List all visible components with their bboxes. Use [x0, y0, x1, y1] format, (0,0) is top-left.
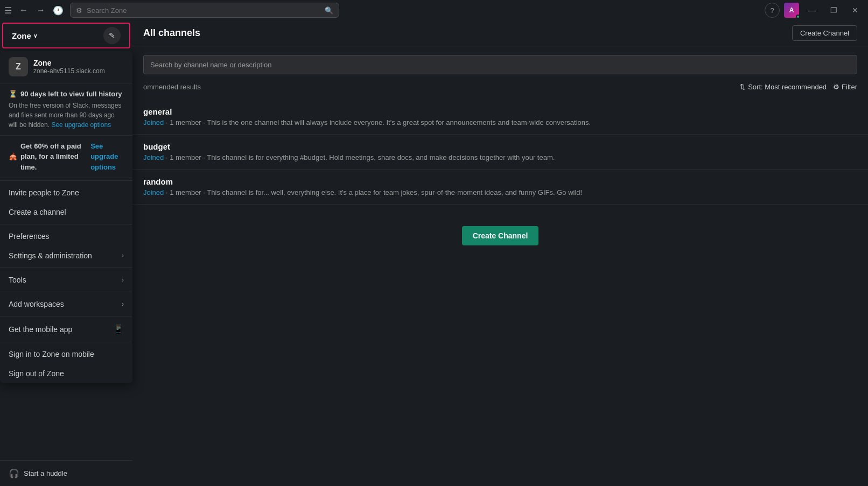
- channel-name-random: random: [143, 177, 857, 186]
- workspace-info-row: Z Zone zone-ahv5115.slack.com: [0, 51, 132, 83]
- channel-status-random: Joined: [143, 188, 164, 196]
- history-banner-text: On the free version of Slack, messages a…: [9, 101, 124, 130]
- workspace-dropdown-menu: Z Zone zone-ahv5115.slack.com ⏳ 90 days …: [0, 51, 132, 383]
- create-channel-center-button[interactable]: Create Channel: [462, 226, 539, 245]
- menu-item-invite-people[interactable]: Invite people to Zone: [0, 183, 132, 202]
- chevron-down-icon: ∨: [33, 33, 37, 39]
- channel-desc-general: This is the one channel that will always…: [207, 118, 591, 126]
- settings-admin-arrow: ›: [122, 252, 124, 259]
- maximize-button[interactable]: ❐: [825, 3, 842, 18]
- huddle-bar[interactable]: 🎧 Start a huddle: [0, 460, 132, 486]
- compose-button[interactable]: ✎: [103, 27, 121, 44]
- hamburger-icon[interactable]: ☰: [4, 5, 12, 16]
- workspace-details: Zone zone-ahv5115.slack.com: [33, 59, 105, 75]
- app-body: Zone ∨ ✎ Z Zone zone-ahv5115.slack.com ⏳: [0, 20, 868, 486]
- titlebar-right: ? A — ❐ ✕: [765, 3, 864, 18]
- help-button[interactable]: ?: [765, 3, 780, 18]
- workspace-title: Zone: [33, 59, 105, 67]
- page-title: All channels: [143, 27, 200, 39]
- upgrade-link-2[interactable]: See upgrade options: [90, 141, 124, 173]
- channel-meta-general: Joined · 1 member · This is the one chan…: [143, 118, 857, 126]
- headphones-icon: 🎧: [9, 468, 19, 478]
- discount-icon: 🎪: [9, 151, 17, 162]
- history-banner: ⏳ 90 days left to view full history On t…: [0, 83, 132, 136]
- mobile-icon: 📱: [113, 324, 124, 334]
- sidebar: Zone ∨ ✎ Z Zone zone-ahv5115.slack.com ⏳: [0, 20, 132, 486]
- sort-button[interactable]: ⇅ Sort: Most recommended: [740, 83, 827, 91]
- compose-icon: ✎: [109, 31, 115, 40]
- nav-controls: ← → 🕐: [16, 3, 66, 18]
- create-channel-label: Create a channel: [9, 208, 66, 216]
- discount-banner-text: 🎪 Get 60% off a paid plan, for a limited…: [9, 141, 124, 173]
- workspace-name: Zone ∨: [12, 31, 37, 40]
- discount-banner: 🎪 Get 60% off a paid plan, for a limited…: [0, 136, 132, 179]
- menu-divider-4: [0, 292, 132, 292]
- menu-item-sign-in-mobile[interactable]: Sign in to Zone on mobile: [0, 344, 132, 364]
- create-channel-header-button[interactable]: Create Channel: [792, 25, 857, 41]
- sort-icon: ⇅: [740, 83, 746, 91]
- tools-arrow: ›: [122, 276, 124, 284]
- menu-item-sign-out[interactable]: Sign out of Zone: [0, 364, 132, 383]
- add-workspaces-arrow: ›: [122, 300, 124, 308]
- channel-item-general[interactable]: general Joined · 1 member · This is the …: [132, 100, 868, 135]
- nav-forward-button[interactable]: →: [33, 3, 48, 18]
- get-mobile-label: Get the mobile app: [9, 325, 72, 334]
- channels-list: general Joined · 1 member · This is the …: [132, 95, 868, 486]
- channel-meta-budget: Joined · 1 member · This channel is for …: [143, 153, 857, 161]
- hourglass-icon: ⏳: [9, 89, 17, 100]
- sign-out-label: Sign out of Zone: [9, 369, 64, 378]
- menu-divider-6: [0, 342, 132, 342]
- content-header: All channels Create Channel: [132, 20, 868, 46]
- results-label: ommended results: [143, 83, 201, 91]
- menu-divider-1: [0, 180, 132, 181]
- user-avatar-container[interactable]: A: [784, 3, 799, 18]
- filter-icon: ⚙: [833, 83, 839, 91]
- menu-divider-5: [0, 316, 132, 316]
- add-workspaces-label: Add workspaces: [9, 300, 64, 308]
- filter-button[interactable]: ⚙ Filter: [833, 83, 857, 91]
- invite-people-label: Invite people to Zone: [9, 188, 79, 197]
- history-banner-title: ⏳ 90 days left to view full history: [9, 89, 124, 100]
- nav-history-button[interactable]: 🕐: [51, 3, 66, 18]
- channel-name-budget: budget: [143, 142, 857, 151]
- create-channel-center: Create Channel: [132, 205, 868, 267]
- upgrade-link-1[interactable]: See upgrade options: [51, 121, 111, 129]
- search-icon: 🔍: [325, 6, 333, 15]
- channel-status-general: Joined: [143, 118, 164, 126]
- menu-item-create-channel[interactable]: Create a channel: [0, 202, 132, 222]
- content-area: All channels Create Channel ommended res…: [132, 20, 868, 486]
- menu-divider-3: [0, 267, 132, 268]
- sign-in-mobile-label: Sign in to Zone on mobile: [9, 350, 94, 358]
- nav-back-button[interactable]: ←: [16, 3, 31, 18]
- channel-search-container: [132, 46, 868, 79]
- channel-item-random[interactable]: random Joined · 1 member · This channel …: [132, 170, 868, 205]
- menu-divider-2: [0, 224, 132, 224]
- tools-label: Tools: [9, 276, 26, 284]
- menu-item-settings-admin[interactable]: Settings & administration ›: [0, 246, 132, 265]
- close-button[interactable]: ✕: [846, 3, 864, 18]
- menu-item-add-workspaces[interactable]: Add workspaces ›: [0, 294, 132, 314]
- menu-item-get-mobile[interactable]: Get the mobile app 📱: [0, 319, 132, 340]
- channel-desc-budget: This channel is for everything #budget. …: [207, 153, 555, 161]
- filter-label: Filter: [842, 83, 857, 91]
- online-status-dot: [796, 15, 800, 19]
- channel-desc-random: This channel is for... well, everything …: [207, 188, 582, 196]
- titlebar-left: ☰ ← → 🕐 ⚙ 🔍: [4, 3, 339, 18]
- channel-item-budget[interactable]: budget Joined · 1 member · This channel …: [132, 135, 868, 170]
- search-bar[interactable]: ⚙ 🔍: [70, 3, 339, 18]
- titlebar: ☰ ← → 🕐 ⚙ 🔍 ? A — ❐ ✕: [0, 0, 868, 20]
- channel-name-general: general: [143, 107, 857, 116]
- channel-status-budget: Joined: [143, 153, 164, 161]
- workspace-header[interactable]: Zone ∨ ✎: [2, 23, 130, 48]
- channel-members-general: 1 member: [170, 118, 201, 126]
- huddle-label: Start a huddle: [24, 469, 67, 477]
- search-input[interactable]: [87, 6, 320, 15]
- menu-item-preferences[interactable]: Preferences: [0, 227, 132, 246]
- minimize-button[interactable]: —: [803, 3, 821, 18]
- search-filter-icon: ⚙: [76, 6, 82, 15]
- menu-item-tools[interactable]: Tools ›: [0, 270, 132, 290]
- channel-search-input[interactable]: [143, 55, 857, 74]
- results-actions: ⇅ Sort: Most recommended ⚙ Filter: [740, 83, 857, 91]
- results-header: ommended results ⇅ Sort: Most recommende…: [132, 79, 868, 95]
- channel-members-budget: 1 member: [170, 153, 201, 161]
